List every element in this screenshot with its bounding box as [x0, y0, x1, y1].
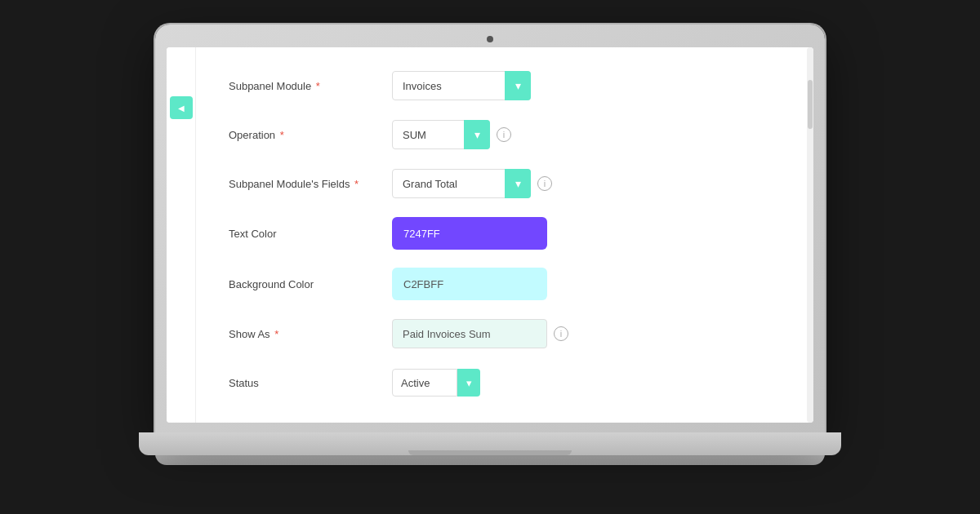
text-color-label-text: Text Color	[229, 228, 277, 240]
text-color-input[interactable]	[392, 217, 547, 250]
show-as-row: Show As * i	[229, 318, 774, 349]
operation-dropdown-wrap	[392, 120, 490, 149]
status-input[interactable]	[392, 369, 457, 397]
operation-label-text: Operation	[229, 129, 275, 141]
status-label-text: Status	[229, 377, 259, 389]
subpanel-fields-label-text: Subpanel Module's Fields	[229, 178, 350, 190]
laptop-base	[139, 432, 841, 455]
text-color-label: Text Color	[229, 228, 392, 240]
subpanel-module-dropdown-btn[interactable]	[505, 71, 531, 100]
subpanel-module-label-text: Subpanel Module	[229, 80, 311, 92]
background-color-row: Background Color	[229, 268, 774, 300]
operation-label: Operation *	[229, 129, 392, 141]
screen-content: Subpanel Module * Operation *	[167, 47, 813, 423]
text-color-row: Text Color	[229, 217, 774, 250]
subpanel-module-row: Subpanel Module *	[229, 70, 774, 101]
status-control	[392, 369, 480, 397]
status-dropdown-wrap	[392, 369, 480, 397]
show-as-control: i	[392, 319, 568, 348]
subpanel-fields-info-icon[interactable]: i	[537, 176, 552, 191]
text-color-control	[392, 217, 547, 250]
operation-control: i	[392, 120, 511, 149]
status-row: Status	[229, 367, 774, 398]
background-color-label: Background Color	[229, 278, 392, 290]
operation-row: Operation * i	[229, 119, 774, 150]
sidebar	[167, 47, 196, 423]
required-star-sa: *	[272, 328, 279, 340]
subpanel-module-control	[392, 71, 531, 100]
subpanel-module-dropdown-wrap	[392, 71, 531, 100]
status-dropdown-btn[interactable]	[457, 369, 480, 397]
show-as-info-icon[interactable]: i	[554, 326, 568, 341]
webcam-icon	[487, 36, 493, 42]
laptop-screen-outer: Subpanel Module * Operation *	[155, 24, 825, 432]
laptop-wrapper: Subpanel Module * Operation *	[139, 24, 841, 490]
required-star-op: *	[277, 129, 284, 141]
subpanel-fields-dropdown-wrap	[392, 169, 531, 198]
scrollbar[interactable]	[807, 47, 813, 423]
operation-info-icon[interactable]: i	[497, 127, 511, 142]
laptop-stand	[155, 454, 825, 465]
scrollbar-thumb[interactable]	[808, 80, 813, 129]
background-color-control	[392, 268, 547, 300]
laptop-screen: Subpanel Module * Operation *	[167, 47, 813, 423]
subpanel-module-label: Subpanel Module *	[229, 80, 392, 92]
background-color-label-text: Background Color	[229, 278, 314, 290]
show-as-label: Show As *	[229, 328, 392, 340]
operation-dropdown-btn[interactable]	[464, 120, 490, 149]
required-star: *	[313, 80, 320, 92]
status-label: Status	[229, 377, 392, 389]
subpanel-fields-label: Subpanel Module's Fields *	[229, 178, 392, 190]
main-panel: Subpanel Module * Operation *	[196, 47, 807, 423]
back-button[interactable]	[170, 96, 193, 119]
subpanel-fields-control: i	[392, 169, 552, 198]
background-color-input[interactable]	[392, 268, 547, 300]
subpanel-fields-dropdown-btn[interactable]	[505, 169, 531, 198]
show-as-label-text: Show As	[229, 328, 270, 340]
required-star-sf: *	[351, 178, 359, 190]
show-as-input[interactable]	[392, 319, 547, 348]
subpanel-fields-row: Subpanel Module's Fields * i	[229, 168, 774, 199]
